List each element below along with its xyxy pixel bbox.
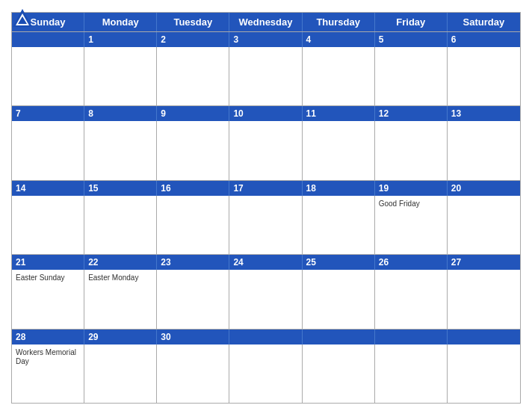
week-nums-4: 282930 <box>12 330 520 344</box>
week-num-0-5: 5 <box>375 32 448 47</box>
week-num-2-4: 18 <box>303 181 375 196</box>
calendar-cell-3-0: Easter Sunday <box>12 270 84 328</box>
week-block-3: 21222324252627Easter SundayEaster Monday <box>12 254 520 328</box>
calendar-cell-2-4 <box>303 196 375 254</box>
calendar-cell-1-2 <box>157 121 229 179</box>
week-num-4-2: 30 <box>157 330 229 344</box>
week-cells-3: Easter SundayEaster Monday <box>12 270 520 328</box>
calendar-cell-0-1 <box>84 47 157 105</box>
week-num-3-6: 27 <box>448 255 520 270</box>
week-num-4-1: 29 <box>84 330 157 344</box>
week-num-1-6: 13 <box>448 106 520 121</box>
week-block-0: 123456 <box>12 31 520 105</box>
week-num-4-4 <box>303 330 375 344</box>
week-num-2-1: 15 <box>84 181 157 196</box>
day-headers: SundayMondayTuesdayWednesdayThursdayFrid… <box>12 13 520 31</box>
calendar-cell-0-3 <box>229 47 302 105</box>
calendar-cell-3-5 <box>375 270 448 328</box>
week-nums-0: 123456 <box>12 32 520 47</box>
calendar-cell-3-6 <box>448 270 520 328</box>
calendar-cell-2-6 <box>448 196 520 254</box>
week-num-4-0: 28 <box>12 330 84 344</box>
cell-event-3-0: Easter Sunday <box>16 274 80 282</box>
week-cells-1 <box>12 121 520 179</box>
cell-event-4-0: Workers Memorial Day <box>16 348 80 366</box>
calendar-cell-0-5 <box>375 47 448 105</box>
calendar-cell-2-0 <box>12 196 84 254</box>
calendar-cell-1-1 <box>84 121 157 179</box>
week-num-1-5: 12 <box>375 106 448 121</box>
day-header-thursday: Thursday <box>303 13 375 31</box>
day-header-tuesday: Tuesday <box>157 13 229 31</box>
calendar-cell-4-6 <box>448 344 520 403</box>
day-header-friday: Friday <box>375 13 448 31</box>
week-num-0-0 <box>12 32 84 47</box>
calendar-cell-2-3 <box>229 196 302 254</box>
week-block-4: 282930Workers Memorial Day <box>12 329 520 403</box>
day-header-saturday: Saturday <box>448 13 520 31</box>
week-num-4-5 <box>375 330 448 344</box>
week-num-2-3: 17 <box>229 181 302 196</box>
calendar-cell-3-1: Easter Monday <box>84 270 157 328</box>
day-header-wednesday: Wednesday <box>229 13 302 31</box>
calendar-cell-1-5 <box>375 121 448 179</box>
day-header-monday: Monday <box>84 13 157 31</box>
week-cells-0 <box>12 47 520 105</box>
week-num-2-5: 19 <box>375 181 448 196</box>
calendar-cell-3-4 <box>303 270 375 328</box>
calendar-cell-3-2 <box>157 270 229 328</box>
week-num-2-2: 16 <box>157 181 229 196</box>
calendar-cell-3-3 <box>229 270 302 328</box>
week-num-0-3: 3 <box>229 32 302 47</box>
week-num-0-1: 1 <box>84 32 157 47</box>
calendar-cell-1-4 <box>303 121 375 179</box>
week-num-0-2: 2 <box>157 32 229 47</box>
calendar-cell-0-4 <box>303 47 375 105</box>
page: SundayMondayTuesdayWednesdayThursdayFrid… <box>0 0 532 411</box>
calendar-cell-4-2 <box>157 344 229 403</box>
week-num-3-4: 25 <box>303 255 375 270</box>
calendar-cell-4-3 <box>229 344 302 403</box>
calendar-cell-0-0 <box>12 47 84 105</box>
week-block-1: 78910111213 <box>12 105 520 179</box>
calendar: SundayMondayTuesdayWednesdayThursdayFrid… <box>11 12 521 404</box>
week-num-4-6 <box>448 330 520 344</box>
week-nums-1: 78910111213 <box>12 106 520 121</box>
calendar-cell-2-5: Good Friday <box>375 196 448 254</box>
cell-event-3-1: Easter Monday <box>88 274 152 282</box>
week-num-1-2: 9 <box>157 106 229 121</box>
calendar-cell-0-2 <box>157 47 229 105</box>
week-num-3-2: 23 <box>157 255 229 270</box>
week-num-3-1: 22 <box>84 255 157 270</box>
week-num-3-5: 26 <box>375 255 448 270</box>
calendar-cell-2-1 <box>84 196 157 254</box>
calendar-cell-2-2 <box>157 196 229 254</box>
week-num-1-1: 8 <box>84 106 157 121</box>
week-cells-2: Good Friday <box>12 196 520 254</box>
logo <box>11 7 37 30</box>
week-num-1-4: 11 <box>303 106 375 121</box>
calendar-cell-4-5 <box>375 344 448 403</box>
week-block-2: 14151617181920Good Friday <box>12 180 520 254</box>
cell-event-2-5: Good Friday <box>379 200 443 208</box>
week-cells-4: Workers Memorial Day <box>12 344 520 403</box>
week-num-1-0: 7 <box>12 106 84 121</box>
calendar-cell-4-0: Workers Memorial Day <box>12 344 84 403</box>
calendar-body: 1234567891011121314151617181920Good Frid… <box>12 31 520 403</box>
week-num-3-0: 21 <box>12 255 84 270</box>
calendar-cell-4-1 <box>84 344 157 403</box>
week-num-2-6: 20 <box>448 181 520 196</box>
week-num-3-3: 24 <box>229 255 302 270</box>
week-num-0-6: 6 <box>448 32 520 47</box>
logo-icon <box>11 7 34 30</box>
week-num-2-0: 14 <box>12 181 84 196</box>
week-num-4-3 <box>229 330 302 344</box>
week-num-0-4: 4 <box>303 32 375 47</box>
calendar-cell-1-0 <box>12 121 84 179</box>
calendar-cell-1-3 <box>229 121 302 179</box>
calendar-cell-1-6 <box>448 121 520 179</box>
calendar-cell-0-6 <box>448 47 520 105</box>
week-nums-2: 14151617181920 <box>12 181 520 196</box>
week-num-1-3: 10 <box>229 106 302 121</box>
calendar-cell-4-4 <box>303 344 375 403</box>
